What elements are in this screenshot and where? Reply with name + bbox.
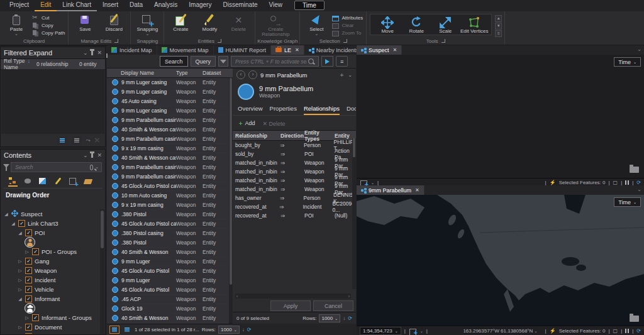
table-row[interactable]: 40 Smith & Wesson casingWeaponEntity	[107, 125, 233, 135]
query-mode-button[interactable]: Query	[191, 56, 216, 67]
table-row[interactable]: 9 mm Parabellum casingWeaponEntity	[107, 163, 233, 172]
forward-button[interactable]: ›	[248, 70, 257, 79]
column-type[interactable]: Type	[176, 70, 203, 76]
pin-icon[interactable]	[91, 153, 93, 158]
chevron-down-icon[interactable]: ⌄	[635, 45, 644, 55]
layer-item-incident[interactable]: ▷✓Incident	[1, 275, 100, 285]
list-by-drawing-order-icon[interactable]	[8, 176, 18, 187]
table-row[interactable]: .380 Pistol casingWeaponEntity	[107, 229, 233, 238]
column-display-name[interactable]: Display Name	[107, 70, 176, 76]
graph-search-input[interactable]	[234, 58, 308, 65]
layer-item-gang[interactable]: ▷✓Gang	[1, 256, 100, 266]
edit-vertices-button[interactable]: Edit Vertices	[460, 15, 489, 34]
list-by-data-source-icon[interactable]	[23, 177, 33, 186]
relationships-hscrollbar[interactable]: ‹›	[235, 294, 351, 299]
expand-icon[interactable]: ▷	[25, 250, 30, 255]
relationships-scrollbar[interactable]	[352, 138, 356, 289]
layer-item-link-chart3[interactable]: ◢✓Link Chart3	[1, 219, 100, 228]
table-row[interactable]: .380 PistolWeaponEntity	[107, 238, 233, 248]
expand-icon[interactable]: ▷	[18, 268, 23, 273]
collapse-icon[interactable]: ◢	[11, 221, 16, 226]
layer-checkbox[interactable]: ✓	[25, 277, 32, 283]
relationship-row[interactable]: recovered_at⇒IncidentBC2009-0...	[233, 202, 356, 211]
layer-item-informant---groups[interactable]: ▷✓Informant - Groups	[1, 313, 100, 322]
table-row[interactable]: 45 Auto casingWeaponEntity	[107, 97, 233, 106]
expand-icon[interactable]: ▷	[18, 259, 23, 264]
snapping-button[interactable]: Snapping⌄	[133, 13, 162, 35]
run-search-button[interactable]	[321, 56, 333, 67]
menu-tab-imagery[interactable]: Imagery	[183, 0, 217, 11]
menu-tab-analysis[interactable]: Analysis	[148, 0, 183, 11]
table-row[interactable]: 9 mm Parabellum casingWeaponEntity	[107, 116, 233, 125]
table-row[interactable]: 40 Smith & Wesson casingWeaponEntity	[107, 153, 233, 163]
layer-checkbox[interactable]: ✓	[25, 333, 32, 334]
tab-properties[interactable]: Properties	[270, 104, 297, 115]
layer-checkbox[interactable]: ✓	[25, 258, 32, 265]
back-button[interactable]: ‹	[236, 70, 245, 79]
discard-button[interactable]: Discard	[99, 13, 128, 32]
table-row[interactable]: 9 x 19 mm casingWeaponEntity	[107, 200, 233, 210]
layer-item-poi[interactable]: ◢✓POI	[1, 228, 100, 238]
search-mode-button[interactable]: Search	[160, 56, 188, 67]
delete-relationship-button[interactable]: ✕ Delete	[263, 121, 286, 127]
layer-item-suspect[interactable]: ◢Suspect	[1, 209, 100, 219]
layer-item-weapon[interactable]: ▷✓Weapon	[1, 266, 100, 275]
dialog-launcher-icon[interactable]	[343, 39, 347, 43]
layer-item-poi---groups[interactable]: ▷✓POI - Groups	[1, 247, 100, 256]
expand-icon[interactable]: ▷	[25, 316, 30, 321]
table-row[interactable]: 9 mm LugerWeaponEntity	[107, 276, 233, 285]
layer-item-document[interactable]: ▷✓Document	[1, 322, 100, 332]
menu-button[interactable]: ≡	[336, 56, 348, 67]
folder-icon[interactable]	[630, 316, 639, 322]
layer-checkbox[interactable]: ✓	[25, 286, 32, 293]
create-button[interactable]: Create	[166, 13, 195, 32]
scale-button[interactable]: Scale	[431, 15, 460, 34]
link-chart-canvas[interactable]: Time⌄	[357, 55, 644, 178]
tools-gallery-scroll[interactable]: ▲▼≡	[495, 15, 502, 37]
table-row[interactable]: 45 Glock Auto PistolWeaponEntity	[107, 285, 233, 295]
filter-icon[interactable]	[3, 164, 9, 168]
clear-button[interactable]: Clear	[332, 22, 363, 29]
layer-checkbox[interactable]: ✓	[18, 220, 25, 227]
rows-count-dropdown[interactable]: 1000⌄	[319, 314, 340, 322]
close-icon[interactable]: ✕	[393, 47, 397, 53]
chevron-down-icon[interactable]: ⌄	[348, 72, 352, 78]
close-icon[interactable]: ✕	[295, 47, 299, 53]
list-by-selection-icon[interactable]	[38, 177, 48, 186]
form-view-icon[interactable]	[122, 326, 132, 334]
zoom-to-button[interactable]: Zoom To	[332, 30, 363, 36]
tab-suspect[interactable]: Suspect✕	[357, 45, 402, 55]
paste-button[interactable]: Paste⌄	[2, 13, 31, 35]
expand-icon[interactable]: ▷	[18, 278, 23, 283]
map-canvas[interactable]: Time⌄	[357, 195, 644, 326]
menu-tab-edit[interactable]: Edit	[35, 0, 57, 11]
table-row[interactable]: 9 x 19 mm casingWeaponEntity	[107, 144, 233, 153]
pause-icon[interactable]	[625, 180, 626, 185]
table-row[interactable]: 9 mm LugerWeaponEntity	[107, 257, 233, 266]
contents-search[interactable]: ⌄	[11, 162, 102, 172]
dialog-launcher-icon[interactable]	[441, 39, 445, 43]
layer-item-vehicle[interactable]: ▷✓Vehicle	[1, 285, 100, 294]
filter-settings-button[interactable]	[218, 56, 228, 67]
list-by-snapping-icon[interactable]	[69, 177, 78, 186]
column-entity-types[interactable]: Entity Types	[302, 129, 332, 142]
layer-checkbox[interactable]: ✓	[25, 229, 32, 236]
tab-overview[interactable]: Overview	[238, 104, 263, 115]
layer-checkbox[interactable]: ✓	[25, 295, 32, 302]
dialog-launcher-icon[interactable]	[218, 39, 221, 43]
chevron-down-icon[interactable]: ⌄	[635, 185, 644, 195]
column-rel-type-name[interactable]: Rel Type Name↓	[1, 58, 33, 70]
table-row[interactable]: 45 Glock Auto Pistol casingWeaponEntity	[107, 219, 233, 229]
download-icon[interactable]: ↓	[242, 327, 245, 332]
close-icon[interactable]: ✕	[97, 50, 102, 56]
chevron-down-icon[interactable]: ⌄	[371, 180, 374, 185]
table-row[interactable]: .45 ACPWeaponEntity	[107, 295, 233, 304]
table-row[interactable]: 45 Glock Auto Pistol casingWeaponEntity	[107, 182, 233, 191]
view-tab-nearby-incidents[interactable]: Nearby Incidents	[304, 45, 364, 55]
time-button[interactable]: Time⌄	[614, 57, 641, 67]
menu-tab-data[interactable]: Data	[124, 0, 148, 11]
view-tab-incident-map[interactable]: Incident Map	[107, 45, 157, 55]
delete-button[interactable]: ✕Delete	[224, 13, 253, 32]
layer-checkbox[interactable]: ✓	[32, 314, 39, 321]
menu-tab-disseminate[interactable]: Disseminate	[217, 0, 263, 11]
